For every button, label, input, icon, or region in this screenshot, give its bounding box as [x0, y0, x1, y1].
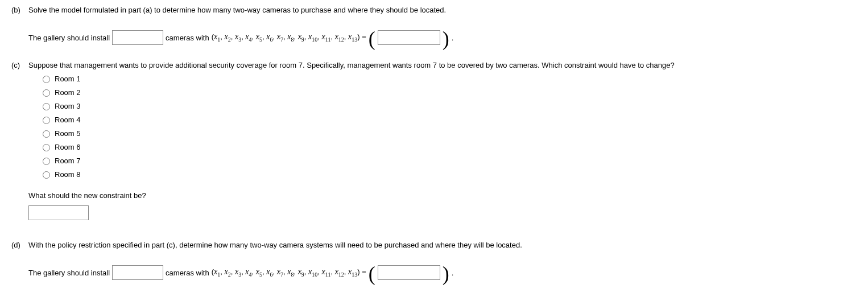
radio-label: Room 2 — [55, 88, 81, 97]
radio-label: Room 5 — [55, 129, 81, 138]
radio-room-4[interactable] — [43, 117, 50, 124]
part-c-radio-group: Room 1 Room 2 Room 3 Room 4 Room 5 Room … — [40, 74, 857, 179]
part-d-prompt: With the policy restriction specified in… — [28, 241, 857, 249]
part-b-prompt: Solve the model formulated in part (a) t… — [28, 6, 857, 14]
radio-label: Room 6 — [55, 143, 81, 151]
part-d-label: (d) — [11, 241, 28, 280]
radio-room-5[interactable] — [43, 130, 50, 138]
part-d: (d) With the policy restriction specifie… — [11, 241, 857, 280]
radio-row-room-1[interactable]: Room 1 — [40, 74, 857, 83]
part-d-content: With the policy restriction specified in… — [28, 241, 857, 280]
radio-row-room-3[interactable]: Room 3 — [40, 101, 857, 110]
part-c: (c) Suppose that management wants to pro… — [11, 61, 857, 220]
radio-label: Room 8 — [55, 170, 81, 179]
part-c-prompt: Suppose that management wants to provide… — [28, 61, 857, 69]
part-b-prefix: The gallery should install — [28, 34, 110, 42]
radio-row-room-4[interactable]: Room 4 — [40, 115, 857, 124]
radio-label: Room 1 — [55, 75, 81, 83]
radio-room-1[interactable] — [43, 76, 50, 83]
part-d-vars: (x1, x2, x3, x4, x5, x6, x7, x8, x9, x10… — [212, 267, 366, 278]
radio-room-6[interactable] — [43, 144, 50, 151]
radio-room-2[interactable] — [43, 89, 50, 97]
part-b-camera-count-input[interactable] — [112, 30, 163, 45]
radio-row-room-8[interactable]: Room 8 — [40, 170, 857, 179]
radio-label: Room 7 — [55, 156, 81, 165]
part-b-mid: cameras with — [166, 34, 209, 42]
part-b-vars: (x1, x2, x3, x4, x5, x6, x7, x8, x9, x10… — [212, 32, 366, 43]
radio-row-room-2[interactable]: Room 2 — [40, 88, 857, 97]
part-b-content: Solve the model formulated in part (a) t… — [28, 6, 857, 45]
part-d-vector-input[interactable] — [378, 265, 440, 280]
part-b-answer-row: The gallery should install cameras with … — [28, 30, 857, 45]
part-d-mid: cameras with — [166, 269, 209, 277]
radio-room-8[interactable] — [43, 171, 50, 179]
radio-room-7[interactable] — [43, 158, 50, 165]
radio-label: Room 4 — [55, 116, 81, 124]
part-c-sub-question: What should the new constraint be? — [28, 191, 857, 200]
part-c-label: (c) — [11, 61, 28, 220]
part-d-answer-row: The gallery should install cameras with … — [28, 265, 857, 280]
part-c-constraint-input[interactable] — [28, 205, 89, 220]
part-b-vector-input[interactable] — [378, 30, 440, 45]
part-d-prefix: The gallery should install — [28, 269, 110, 277]
radio-room-3[interactable] — [43, 103, 50, 110]
part-b: (b) Solve the model formulated in part (… — [11, 6, 857, 45]
part-b-label: (b) — [11, 6, 28, 45]
radio-row-room-5[interactable]: Room 5 — [40, 129, 857, 138]
part-d-camera-count-input[interactable] — [112, 265, 163, 280]
part-b-period: . — [452, 34, 454, 42]
radio-row-room-7[interactable]: Room 7 — [40, 156, 857, 165]
part-c-content: Suppose that management wants to provide… — [28, 61, 857, 220]
radio-row-room-6[interactable]: Room 6 — [40, 142, 857, 151]
part-d-period: . — [452, 269, 454, 277]
radio-label: Room 3 — [55, 102, 81, 110]
